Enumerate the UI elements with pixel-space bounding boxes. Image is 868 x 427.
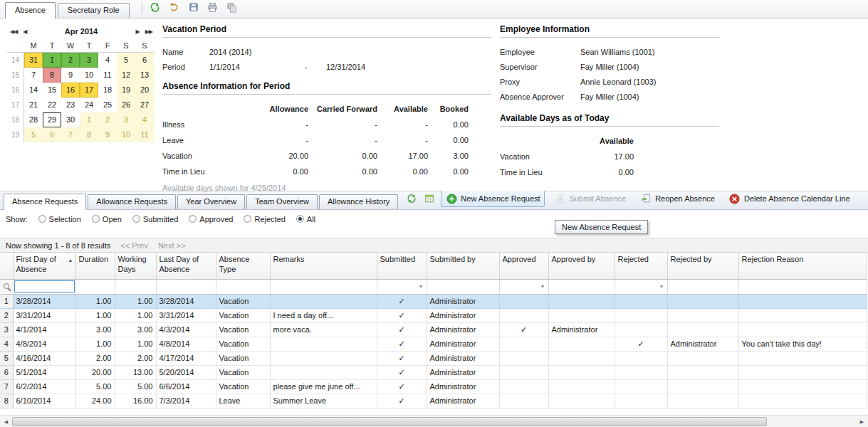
filter-cell-remarks[interactable] (270, 279, 377, 294)
tab-team-overview[interactable]: Team Overview (246, 194, 318, 209)
calendar-day[interactable]: 10 (117, 127, 135, 142)
print-icon[interactable] (206, 1, 219, 14)
tab-absence[interactable]: Absence (5, 2, 56, 19)
column-header-first-day-of-absence[interactable]: First Day of Absence▲ (13, 253, 75, 279)
column-header-remarks[interactable]: Remarks (270, 253, 377, 279)
grid-row[interactable]: 34/1/20143.003.004/3/2014Vacationmore va… (0, 322, 867, 337)
refresh-icon[interactable] (149, 1, 162, 14)
calendar-day[interactable]: 17 (80, 83, 98, 97)
refresh-grid-icon[interactable] (405, 192, 418, 205)
reopen-absence-button[interactable]: Reopen Absence (635, 190, 719, 207)
calendar-day[interactable]: 9 (61, 68, 80, 83)
scroll-left-icon[interactable]: ◀ (0, 416, 12, 427)
calendar-day[interactable]: 16 (61, 83, 80, 97)
calendar-day[interactable]: 14 (24, 83, 43, 97)
tab-year-overview[interactable]: Year Overview (177, 194, 245, 209)
calendar-day[interactable]: 15 (43, 83, 61, 97)
table-view-icon[interactable] (423, 192, 436, 205)
calendar-prev-month-icon[interactable]: ◀ (20, 28, 29, 35)
calendar-day[interactable]: 29 (43, 112, 61, 127)
filter-cell-approved[interactable]: ▼ (499, 279, 548, 294)
filter-cell-last-day-of-absence[interactable] (156, 279, 216, 294)
filter-radio-open[interactable]: Open (92, 215, 122, 223)
save-icon[interactable] (187, 1, 200, 14)
grid-row[interactable]: 76/2/20145.005.006/6/2014Vacationplease … (0, 379, 867, 394)
filter-cell-duration[interactable] (75, 279, 115, 294)
filter-radio-approved[interactable]: Approved (189, 215, 233, 223)
calendar-day[interactable]: 12 (117, 68, 135, 83)
calendar-day[interactable]: 25 (98, 97, 117, 112)
scroll-thumb[interactable] (12, 417, 767, 426)
grid-row[interactable]: 44/8/20141.001.004/8/2014Vacation✓Admini… (0, 337, 867, 351)
new-absence-request-button[interactable]: New Absence Request (441, 190, 544, 207)
grid-row[interactable]: 13/28/20141.001.003/28/2014Vacation✓Admi… (0, 294, 867, 308)
filter-radio-rejected[interactable]: Rejected (244, 215, 285, 223)
calendar-day[interactable]: 31 (24, 53, 43, 68)
column-header-submitted[interactable]: Submitted (377, 253, 427, 279)
calendar-day[interactable]: 2 (98, 112, 117, 127)
tab-secretary-role[interactable]: Secretary Role (58, 3, 130, 18)
calendar-day[interactable]: 23 (61, 97, 80, 112)
calendar-day[interactable]: 2 (61, 53, 80, 68)
calendar-day[interactable]: 11 (135, 127, 154, 142)
filter-input-first-day-of-absence[interactable] (14, 280, 75, 292)
tab-allowance-requests[interactable]: Allowance Requests (88, 194, 176, 209)
print-preview-icon[interactable] (226, 1, 239, 14)
calendar-day[interactable]: 13 (135, 68, 154, 83)
calendar-day[interactable]: 5 (24, 127, 43, 142)
scroll-right-icon[interactable]: ▶ (856, 416, 868, 427)
calendar-day[interactable]: 1 (43, 53, 61, 68)
calendar-day[interactable]: 22 (43, 97, 61, 112)
delete-absence-line-button[interactable]: Delete Absence Calendar Line (724, 190, 854, 207)
filter-radio-selection[interactable]: Selection (38, 215, 81, 223)
horizontal-scrollbar[interactable]: ◀ ▶ (0, 415, 868, 427)
next-page-link[interactable]: Next >> (158, 241, 186, 250)
calendar-day[interactable]: 10 (80, 68, 98, 83)
calendar-day[interactable]: 5 (117, 53, 135, 68)
filter-cell-submitted-by[interactable] (427, 279, 499, 294)
calendar-day[interactable]: 4 (135, 112, 154, 127)
calendar-day[interactable]: 9 (98, 127, 117, 142)
calendar-day[interactable]: 3 (117, 112, 135, 127)
grid-row[interactable]: 23/31/20141.001.003/31/2014VacationI nee… (0, 308, 867, 322)
filter-cell-submitted[interactable]: ▼ (377, 279, 427, 294)
calendar-day[interactable]: 1 (80, 112, 98, 127)
calendar-day[interactable]: 7 (61, 127, 80, 142)
calendar-day[interactable]: 4 (98, 53, 117, 68)
filter-cell-rejected-by[interactable] (667, 279, 738, 294)
calendar-day[interactable]: 6 (43, 127, 61, 142)
filter-dropdown-icon[interactable]: ▼ (540, 280, 548, 294)
grid-row[interactable]: 54/16/20142.002.004/17/2014Vacation✓Admi… (0, 351, 867, 365)
column-header-rejection-reason[interactable]: Rejection Reason (738, 253, 867, 279)
calendar-next-month-icon[interactable]: ▶ (133, 28, 142, 35)
calendar-next-year-icon[interactable]: ▶▶ (142, 28, 155, 35)
filter-cell-rejection-reason[interactable] (738, 279, 867, 294)
calendar-day[interactable]: 7 (24, 68, 43, 83)
calendar-day[interactable]: 24 (80, 97, 98, 112)
filter-cell-approved-by[interactable] (548, 279, 615, 294)
column-header-rejected[interactable]: Rejected (615, 253, 667, 279)
column-header-approved[interactable]: Approved (499, 253, 548, 279)
calendar-day[interactable]: 6 (135, 53, 154, 68)
column-header-approved-by[interactable]: Approved by (548, 253, 615, 279)
calendar-day[interactable]: 27 (135, 97, 154, 112)
calendar-day[interactable]: 19 (117, 83, 135, 97)
column-header-last-day-of-absence[interactable]: Last Day of Absence (156, 253, 216, 279)
filter-dropdown-icon[interactable]: ▼ (659, 280, 666, 294)
filter-radio-all[interactable]: All (296, 215, 315, 223)
column-header-submitted-by[interactable]: Submitted by (427, 253, 499, 279)
filter-radio-submitted[interactable]: Submitted (132, 215, 179, 223)
calendar-prev-year-icon[interactable]: ◀◀ (7, 28, 20, 35)
filter-cell-working-days[interactable] (115, 279, 156, 294)
column-header-working-days[interactable]: Working Days (115, 253, 156, 279)
grid-row[interactable]: 86/10/201424.0016.007/3/2014LeaveSummer … (0, 394, 867, 408)
tab-allowance-history[interactable]: Allowance History (319, 194, 398, 209)
calendar-day[interactable]: 18 (98, 83, 117, 97)
filter-cell-absence-type[interactable] (216, 279, 270, 294)
calendar-day[interactable]: 21 (24, 97, 43, 112)
calendar-day[interactable]: 30 (61, 112, 80, 127)
column-header-duration[interactable]: Duration (75, 253, 115, 279)
filter-cell-rejected[interactable]: ▼ (615, 279, 667, 294)
calendar-day[interactable]: 28 (24, 112, 43, 127)
calendar-day[interactable]: 8 (80, 127, 98, 142)
